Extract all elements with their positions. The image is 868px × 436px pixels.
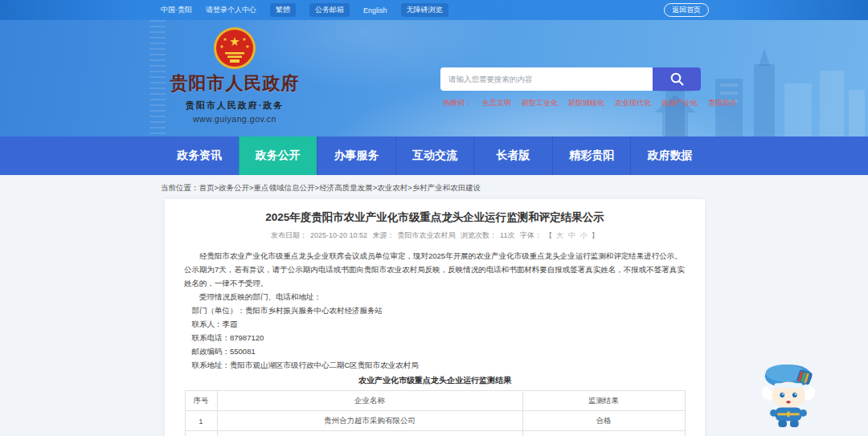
breadcrumb-path[interactable]: 首页>政务公开>重点领域信息公开>经济高质量发展>农业农村>乡村产业和农田建设 — [199, 183, 481, 192]
contact-person: 联系人：李霞 — [165, 317, 705, 331]
header-seq: 序号 — [185, 391, 217, 411]
row-seq: 2 — [185, 431, 217, 436]
monitoring-result-table: 序号 企业名称 监测结果 1 贵州合力超市采购有限公司 合格 2 贵州友禾种业有… — [185, 390, 686, 436]
nav-tab-gov-disclosure[interactable]: 政务公开 — [239, 137, 317, 175]
svg-text:★: ★ — [219, 44, 223, 49]
table-row: 1 贵州合力超市采购有限公司 合格 — [185, 411, 685, 431]
site-subtitle: 贵阳市人民政府·政务 — [166, 100, 304, 112]
source-value: 贵阳市农业农村局 — [398, 231, 456, 239]
search-button[interactable] — [653, 67, 701, 91]
font-size-label: 字体： — [520, 231, 542, 239]
font-size-medium[interactable]: 中 — [568, 231, 575, 239]
national-emblem-icon: ★ ★ ★ ★ ★ — [213, 26, 256, 70]
hot-search-row: 热搜词： 生态文明 新型工业化 新型城镇化 农业现代化 旅游产业化 贵阳简介 — [443, 98, 737, 108]
site-url: www.guiyang.gov.cn — [166, 114, 304, 124]
article-meta: 发布日期：2025-10-20 10:52 来源：贵阳市农业农村局 浏览次数：1… — [165, 230, 705, 241]
svg-text:★: ★ — [223, 37, 227, 42]
nav-tab-interaction[interactable]: 互动交流 — [395, 137, 474, 175]
topbar-link-official-mailbox[interactable]: 公务邮箱 — [309, 3, 350, 17]
search-input[interactable] — [440, 67, 653, 91]
publish-date-label: 发布日期： — [271, 231, 307, 239]
svg-text:★: ★ — [229, 35, 240, 48]
contact-phone: 联系电话：87987120 — [165, 331, 705, 344]
page: 中国·贵阳 请登录个人中心 繁體 公务邮箱 English 无障碍浏览 返回首页 — [0, 0, 868, 436]
breadcrumb-label: 当前位置： — [161, 183, 199, 192]
topbar-link-english[interactable]: English — [363, 6, 387, 14]
source-label: 来源： — [373, 231, 395, 239]
contact-department: 部门（单位）：贵阳市乡村振兴服务中心农村经济服务站 — [165, 304, 705, 317]
nav-tab-wonderful-guiyang[interactable]: 精彩贵阳 — [552, 137, 631, 175]
row-seq: 1 — [185, 411, 217, 431]
main-nav-bar: 政务资讯 政务公开 办事服务 互动交流 长者版 精彩贵阳 政府数据 — [0, 137, 868, 175]
article-body: 经贵阳市农业产业化市级重点龙头企业联席会议成员单位审定，现对2025年开展的农业… — [165, 249, 705, 372]
paragraph-feedback-intro: 受理情况反映的部门、电话和地址： — [165, 290, 705, 304]
header-company-name: 企业名称 — [217, 391, 522, 411]
font-size-bracket-close: 】 — [592, 231, 599, 239]
nav-tab-gov-data[interactable]: 政府数据 — [630, 137, 709, 175]
views-label: 浏览次数： — [461, 231, 497, 239]
hot-word-ecology[interactable]: 生态文明 — [482, 98, 511, 108]
nav-tab-services[interactable]: 办事服务 — [317, 137, 395, 175]
search-icon — [669, 71, 685, 87]
font-size-small[interactable]: 小 — [580, 231, 588, 239]
banner-decor-stripes — [149, 20, 166, 137]
topbar-link-accessibility[interactable]: 无障碍浏览 — [401, 3, 448, 17]
hot-word-tourism[interactable]: 旅游产业化 — [661, 98, 698, 108]
site-logo-block[interactable]: ★ ★ ★ ★ ★ 贵阳市人民政府 贵阳市人民政府·政务 www.guiyang… — [166, 26, 304, 124]
row-result: 合格 — [522, 431, 685, 436]
hot-search-label: 热搜词： — [443, 98, 472, 108]
article-title: 2025年度贵阳市农业产业化市级重点龙头企业运行监测和评定结果公示 — [187, 210, 682, 225]
back-home-button[interactable]: 返回首页 — [664, 3, 709, 17]
result-table-caption: 农业产业化市级重点龙头企业运行监测结果 — [165, 375, 705, 386]
hot-word-guiyang-intro[interactable]: 贵阳简介 — [708, 98, 737, 108]
hot-word-industry[interactable]: 新型工业化 — [522, 98, 558, 108]
article-card: 2025年度贵阳市农业产业化市级重点龙头企业运行监测和评定结果公示 发布日期：2… — [165, 199, 705, 436]
nav-tab-news[interactable]: 政务资讯 — [161, 137, 239, 175]
topbar-link-traditional-chinese[interactable]: 繁體 — [270, 3, 296, 17]
row-result: 合格 — [522, 411, 685, 431]
breadcrumb: 当前位置：首页>政务公开>重点领域信息公开>经济高质量发展>农业农村>乡村产业和… — [161, 183, 481, 194]
search-box — [440, 67, 701, 91]
hot-word-urbanization[interactable]: 新型城镇化 — [568, 98, 604, 108]
topbar-link-china-guiyang[interactable]: 中国·贵阳 — [161, 5, 192, 15]
contact-postcode: 邮政编码：550081 — [165, 344, 705, 358]
paragraph-announcement: 经贵阳市农业产业化市级重点龙头企业联席会议成员单位审定，现对2025年开展的农业… — [165, 249, 705, 290]
row-company-name: 贵州友禾种业有限公司 — [217, 431, 522, 436]
nav-tab-senior-version[interactable]: 长者版 — [473, 137, 552, 175]
contact-address: 联系地址：贵阳市观山湖区市级行政中心二期C区贵阳市农业农村局 — [165, 358, 705, 372]
mascot-assistant[interactable] — [757, 360, 820, 429]
svg-text:★: ★ — [245, 44, 249, 49]
site-banner: ★ ★ ★ ★ ★ 贵阳市人民政府 贵阳市人民政府·政务 www.guiyang… — [0, 20, 868, 137]
views-value: 11次 — [500, 231, 514, 239]
site-name: 贵阳市人民政府 — [166, 71, 304, 96]
top-utility-bar: 中国·贵阳 请登录个人中心 繁體 公务邮箱 English 无障碍浏览 返回首页 — [0, 0, 868, 20]
font-size-bracket-open: 【 — [545, 231, 552, 239]
table-header-row: 序号 企业名称 监测结果 — [185, 391, 685, 411]
svg-text:★: ★ — [242, 37, 246, 42]
table-row: 2 贵州友禾种业有限公司 合格 — [185, 431, 685, 436]
topbar-link-login-personal-center[interactable]: 请登录个人中心 — [206, 5, 256, 15]
row-company-name: 贵州合力超市采购有限公司 — [217, 411, 522, 431]
hot-word-agriculture[interactable]: 农业现代化 — [615, 98, 651, 108]
header-result: 监测结果 — [522, 391, 685, 411]
publish-date: 2025-10-20 10:52 — [310, 231, 367, 239]
font-size-large[interactable]: 大 — [556, 231, 563, 239]
